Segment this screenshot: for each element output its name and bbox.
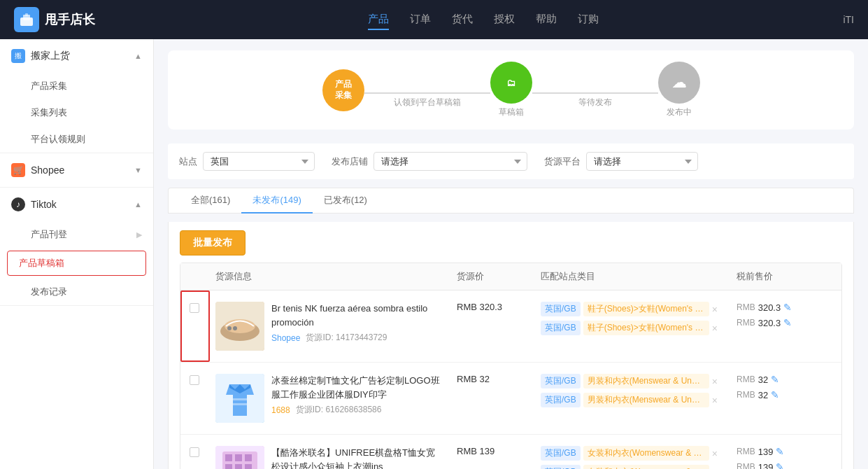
row2-cat1-close[interactable]: × (712, 376, 718, 387)
store-label: 发布店铺 (332, 155, 368, 168)
sidebar-label-move: 搬家上货 (31, 50, 70, 62)
sidebar-item-publish-record[interactable]: 发布记录 (0, 279, 153, 305)
tab-unpublished[interactable]: 未发布(149) (241, 188, 312, 214)
row3-cat1-close[interactable]: × (712, 448, 718, 459)
sidebar-header-tiktok[interactable]: ♪ Tiktok ▲ (0, 188, 153, 221)
sidebar-icon-move: 搬 (11, 49, 25, 63)
svg-rect-17 (245, 454, 252, 461)
nav-auth[interactable]: 授权 (494, 10, 515, 30)
svg-rect-15 (225, 454, 232, 461)
row2-tax: RMB 32 ✎ RMB 32 ✎ (730, 370, 841, 409)
row1-tax: RMB 320.3 ✎ RMB 320.3 ✎ (730, 298, 841, 337)
row3-currency1: RMB (737, 447, 755, 456)
row1-currency1: RMB (737, 302, 755, 312)
sidebar-item-product-collect[interactable]: 产品采集 (0, 73, 153, 99)
row1-name: Br tenis NK fuerza aérea sombra estilo p… (271, 302, 443, 329)
svg-rect-11 (233, 398, 247, 400)
row2-edit2[interactable]: ✎ (771, 389, 779, 400)
sidebar-item-collect-list[interactable]: 采集列表 (0, 99, 153, 126)
row3-product-info: 【酷洛米联名】UNIFREE棋盘格T恤女宽松设计感小众短袖上衣潮ins 天猫 货… (208, 442, 450, 469)
tabs-row: 全部(161) 未发布(149) 已发布(12) (169, 188, 853, 214)
source-select[interactable]: 请选择 (586, 152, 698, 171)
step-connector-1: 认领到平台草稿箱 (364, 71, 490, 108)
row1-currency2: RMB (737, 318, 755, 328)
row2-currency1: RMB (737, 374, 755, 384)
row3-categories: 英国/GB 女装和内衣(Womenswear & Unde... × 英国/GB… (534, 442, 730, 469)
nav-items: 产品 订单 货代 授权 帮助 订购 (123, 10, 843, 30)
step-circle-draft: 🗂 (490, 62, 532, 104)
row2-checkbox-cell[interactable] (180, 370, 208, 385)
row2-checkbox[interactable] (190, 375, 199, 385)
top-nav: 甩手店长 产品 订单 货代 授权 帮助 订购 iTI (0, 0, 868, 39)
nav-products[interactable]: 产品 (368, 10, 389, 30)
content-area: 产品 采集 认领到平台草稿箱 🗂 草稿箱 等待发布 ☁ 发布中 (154, 39, 868, 469)
tab-all[interactable]: 全部(161) (180, 188, 241, 214)
row3-edit1[interactable]: ✎ (776, 446, 784, 457)
row2-cat2-close[interactable]: × (712, 395, 718, 406)
row3-edit2[interactable]: ✎ (776, 461, 784, 469)
col-price: 货源价 (450, 270, 534, 283)
col-category: 匹配站点类目 (534, 270, 730, 283)
tabs-container: 全部(161) 未发布(149) 已发布(12) (168, 188, 854, 214)
logo-text: 甩手店长 (45, 11, 95, 28)
row1-edit1[interactable]: ✎ (783, 302, 792, 313)
row3-currency2: RMB (737, 462, 755, 469)
store-select[interactable]: 请选择 (373, 152, 527, 171)
step-circle-publishing: ☁ (658, 62, 700, 104)
sidebar-item-draft[interactable]: 产品草稿箱 (7, 251, 146, 276)
site-select[interactable]: 英国 (203, 152, 315, 171)
row1-cat1-close[interactable]: × (712, 304, 718, 315)
step-label-publishing: 发布中 (667, 106, 692, 118)
step-label-draft: 草稿箱 (499, 106, 524, 118)
row2-currency2: RMB (737, 390, 755, 400)
step-publishing[interactable]: ☁ 发布中 (658, 62, 700, 118)
row2-taxval1: 32 (758, 374, 768, 385)
row3-cat2-close[interactable]: × (712, 467, 718, 470)
user-badge: iTI (843, 14, 854, 25)
row1-cat1: 鞋子(Shoes)>女鞋(Women's Shoes... (583, 302, 709, 316)
sidebar-item-publish[interactable]: 产品刊登 ▶ (0, 221, 153, 248)
main-layout: 搬 搬家上货 ▲ 产品采集 采集列表 平台认领规则 🛒 Shopee ▼ (0, 39, 868, 469)
logo: 甩手店长 (14, 7, 95, 32)
row1-cat2-close[interactable]: × (712, 323, 718, 334)
row1-product-info: Br tenis NK fuerza aérea sombra estilo p… (208, 298, 450, 355)
svg-rect-2 (25, 13, 28, 16)
sidebar-section-tiktok: ♪ Tiktok ▲ 产品刊登 ▶ 产品草稿箱 发布记录 (0, 188, 153, 306)
sidebar-header-move[interactable]: 搬 搬家上货 ▲ (0, 39, 153, 73)
col-checkbox (180, 270, 208, 283)
steps-bar: 产品 采集 认领到平台草稿箱 🗂 草稿箱 等待发布 ☁ 发布中 (168, 50, 854, 130)
nav-freight[interactable]: 货代 (452, 10, 473, 30)
row3-taxval1: 139 (758, 447, 774, 457)
col-product-info: 货源信息 (208, 270, 450, 283)
batch-publish-button[interactable]: 批量发布 (180, 230, 246, 255)
connector-text-1: 认领到平台草稿箱 (394, 97, 461, 108)
row3-taxval2: 139 (758, 462, 774, 470)
nav-order2[interactable]: 订购 (578, 10, 599, 30)
filter-source: 货源平台 请选择 (544, 152, 698, 171)
row2-edit1[interactable]: ✎ (771, 374, 779, 385)
row1-checkbox[interactable] (190, 303, 199, 313)
row1-edit2[interactable]: ✎ (783, 317, 792, 328)
sidebar-header-shopee[interactable]: 🛒 Shopee ▼ (0, 153, 153, 187)
row3-details: 【酷洛米联名】UNIFREE棋盘格T恤女宽松设计感小众短袖上衣潮ins 天猫 货… (271, 446, 443, 469)
sidebar-item-platform-rules[interactable]: 平台认领规则 (0, 126, 153, 153)
row1-categories: 英国/GB 鞋子(Shoes)>女鞋(Women's Shoes... × 英国… (534, 298, 730, 344)
svg-point-7 (233, 326, 237, 330)
table-row: Br tenis NK fuerza aérea sombra estilo p… (180, 290, 841, 363)
row3-thumb (215, 446, 264, 469)
logo-icon (14, 7, 39, 32)
row3-cat2: 女装和内衣(Womenswear & Unde... (583, 465, 709, 469)
tab-published[interactable]: 已发布(12) (313, 188, 378, 214)
step-draft[interactable]: 🗂 草稿箱 (490, 62, 532, 118)
nav-orders[interactable]: 订单 (410, 10, 431, 30)
row1-price: RMB 320.3 (450, 298, 534, 316)
row1-checkbox-cell[interactable] (180, 298, 208, 313)
row3-checkbox-cell[interactable] (180, 442, 208, 457)
row1-thumb (215, 302, 264, 351)
sidebar: 搬 搬家上货 ▲ 产品采集 采集列表 平台认领规则 🛒 Shopee ▼ (0, 39, 154, 469)
row3-checkbox[interactable] (190, 447, 199, 457)
step-collect[interactable]: 产品 采集 (322, 69, 364, 111)
chevron-right-icon: ▶ (136, 230, 142, 239)
nav-help[interactable]: 帮助 (536, 10, 557, 30)
chevron-up-icon2: ▲ (134, 200, 142, 209)
